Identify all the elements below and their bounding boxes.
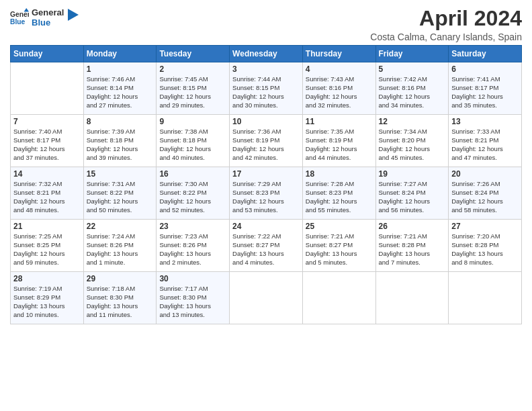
- logo-blue-text: Blue: [32, 18, 64, 28]
- calendar-cell: 7Sunrise: 7:40 AM Sunset: 8:17 PM Daylig…: [11, 115, 84, 167]
- calendar-cell: 9Sunrise: 7:38 AM Sunset: 8:18 PM Daylig…: [157, 115, 230, 167]
- svg-marker-3: [68, 9, 79, 21]
- day-info: Sunrise: 7:18 AM Sunset: 8:30 PM Dayligh…: [87, 285, 154, 319]
- day-info: Sunrise: 7:42 AM Sunset: 8:16 PM Dayligh…: [379, 75, 446, 109]
- day-info: Sunrise: 7:21 AM Sunset: 8:28 PM Dayligh…: [379, 232, 446, 267]
- day-number: 25: [306, 222, 373, 231]
- day-info: Sunrise: 7:38 AM Sunset: 8:18 PM Dayligh…: [159, 128, 226, 162]
- calendar-cell: 12Sunrise: 7:34 AM Sunset: 8:20 PM Dayli…: [375, 115, 449, 167]
- day-info: Sunrise: 7:33 AM Sunset: 8:21 PM Dayligh…: [451, 128, 519, 162]
- day-number: 3: [232, 64, 300, 74]
- calendar-cell: [375, 272, 449, 324]
- day-number: 29: [87, 274, 154, 283]
- day-info: Sunrise: 7:22 AM Sunset: 8:27 PM Dayligh…: [232, 232, 300, 267]
- calendar-cell: 24Sunrise: 7:22 AM Sunset: 8:27 PM Dayli…: [230, 220, 303, 272]
- day-info: Sunrise: 7:28 AM Sunset: 8:23 PM Dayligh…: [306, 180, 373, 214]
- col-friday: Friday: [375, 46, 449, 62]
- calendar-cell: 3Sunrise: 7:44 AM Sunset: 8:15 PM Daylig…: [230, 62, 303, 115]
- calendar-cell: 17Sunrise: 7:29 AM Sunset: 8:23 PM Dayli…: [230, 167, 303, 220]
- day-number: 19: [379, 169, 446, 179]
- day-number: 14: [13, 169, 81, 179]
- calendar-week-row-3: 21Sunrise: 7:25 AM Sunset: 8:25 PM Dayli…: [11, 220, 522, 272]
- day-info: Sunrise: 7:41 AM Sunset: 8:17 PM Dayligh…: [451, 75, 519, 109]
- day-number: 6: [451, 64, 519, 74]
- day-info: Sunrise: 7:34 AM Sunset: 8:20 PM Dayligh…: [379, 128, 446, 162]
- day-info: Sunrise: 7:25 AM Sunset: 8:25 PM Dayligh…: [13, 232, 81, 267]
- title-block: April 2024 Costa Calma, Canary Islands, …: [370, 7, 522, 42]
- logo-general-text: General: [32, 8, 64, 18]
- day-info: Sunrise: 7:39 AM Sunset: 8:18 PM Dayligh…: [87, 128, 154, 162]
- day-number: 15: [87, 169, 154, 179]
- header: General Blue General Blue April 2024 Cos…: [10, 7, 522, 42]
- month-year-title: April 2024: [370, 7, 522, 30]
- calendar-cell: 4Sunrise: 7:43 AM Sunset: 8:16 PM Daylig…: [302, 62, 375, 115]
- calendar-cell: 20Sunrise: 7:26 AM Sunset: 8:24 PM Dayli…: [449, 167, 522, 220]
- main-container: General Blue General Blue April 2024 Cos…: [0, 0, 532, 331]
- svg-marker-2: [24, 8, 29, 12]
- day-info: Sunrise: 7:36 AM Sunset: 8:19 PM Dayligh…: [232, 128, 300, 162]
- calendar-cell: 16Sunrise: 7:30 AM Sunset: 8:22 PM Dayli…: [157, 167, 230, 220]
- day-info: Sunrise: 7:26 AM Sunset: 8:24 PM Dayligh…: [451, 180, 519, 214]
- calendar-cell: 13Sunrise: 7:33 AM Sunset: 8:21 PM Dayli…: [449, 115, 522, 167]
- col-sunday: Sunday: [11, 46, 84, 62]
- calendar-cell: 5Sunrise: 7:42 AM Sunset: 8:16 PM Daylig…: [375, 62, 449, 115]
- calendar-cell: 29Sunrise: 7:18 AM Sunset: 8:30 PM Dayli…: [83, 272, 157, 324]
- day-info: Sunrise: 7:43 AM Sunset: 8:16 PM Dayligh…: [306, 75, 373, 109]
- calendar-cell: 30Sunrise: 7:17 AM Sunset: 8:30 PM Dayli…: [157, 272, 230, 324]
- day-number: 26: [379, 222, 446, 231]
- calendar-cell: 22Sunrise: 7:24 AM Sunset: 8:26 PM Dayli…: [83, 220, 157, 272]
- day-number: 20: [451, 169, 519, 179]
- day-number: 22: [87, 222, 154, 231]
- calendar-cell: [230, 272, 303, 324]
- day-info: Sunrise: 7:24 AM Sunset: 8:26 PM Dayligh…: [87, 232, 154, 267]
- calendar-week-row-2: 14Sunrise: 7:32 AM Sunset: 8:21 PM Dayli…: [11, 167, 522, 220]
- day-number: 21: [13, 222, 81, 231]
- day-info: Sunrise: 7:30 AM Sunset: 8:22 PM Dayligh…: [159, 180, 226, 214]
- calendar-cell: 23Sunrise: 7:23 AM Sunset: 8:26 PM Dayli…: [157, 220, 230, 272]
- calendar-cell: 26Sunrise: 7:21 AM Sunset: 8:28 PM Dayli…: [375, 220, 449, 272]
- day-number: 4: [306, 64, 373, 74]
- col-monday: Monday: [83, 46, 157, 62]
- day-info: Sunrise: 7:27 AM Sunset: 8:24 PM Dayligh…: [379, 180, 446, 214]
- arrow-icon: [68, 9, 79, 21]
- day-number: 17: [232, 169, 300, 179]
- calendar-cell: [449, 272, 522, 324]
- day-info: Sunrise: 7:23 AM Sunset: 8:26 PM Dayligh…: [159, 232, 226, 267]
- calendar-cell: 2Sunrise: 7:45 AM Sunset: 8:15 PM Daylig…: [157, 62, 230, 115]
- col-wednesday: Wednesday: [230, 46, 303, 62]
- col-thursday: Thursday: [302, 46, 375, 62]
- calendar-cell: 14Sunrise: 7:32 AM Sunset: 8:21 PM Dayli…: [11, 167, 84, 220]
- calendar-cell: [11, 62, 84, 115]
- calendar-cell: 1Sunrise: 7:46 AM Sunset: 8:14 PM Daylig…: [83, 62, 157, 115]
- day-info: Sunrise: 7:45 AM Sunset: 8:15 PM Dayligh…: [159, 75, 226, 109]
- day-number: 24: [232, 222, 300, 231]
- calendar-cell: 8Sunrise: 7:39 AM Sunset: 8:18 PM Daylig…: [83, 115, 157, 167]
- calendar-cell: 10Sunrise: 7:36 AM Sunset: 8:19 PM Dayli…: [230, 115, 303, 167]
- day-number: 13: [451, 117, 519, 126]
- location-subtitle: Costa Calma, Canary Islands, Spain: [370, 32, 522, 42]
- logo: General Blue General Blue: [10, 7, 79, 28]
- day-info: Sunrise: 7:46 AM Sunset: 8:14 PM Dayligh…: [87, 75, 154, 109]
- calendar-cell: 6Sunrise: 7:41 AM Sunset: 8:17 PM Daylig…: [449, 62, 522, 115]
- calendar-cell: 11Sunrise: 7:35 AM Sunset: 8:19 PM Dayli…: [302, 115, 375, 167]
- day-number: 28: [13, 274, 81, 283]
- day-number: 2: [159, 64, 226, 74]
- calendar-cell: 18Sunrise: 7:28 AM Sunset: 8:23 PM Dayli…: [302, 167, 375, 220]
- day-number: 27: [451, 222, 519, 231]
- calendar-week-row-4: 28Sunrise: 7:19 AM Sunset: 8:29 PM Dayli…: [11, 272, 522, 324]
- calendar-header-row: Sunday Monday Tuesday Wednesday Thursday…: [11, 46, 522, 62]
- calendar-cell: 21Sunrise: 7:25 AM Sunset: 8:25 PM Dayli…: [11, 220, 84, 272]
- calendar-week-row-1: 7Sunrise: 7:40 AM Sunset: 8:17 PM Daylig…: [11, 115, 522, 167]
- day-info: Sunrise: 7:29 AM Sunset: 8:23 PM Dayligh…: [232, 180, 300, 214]
- calendar-cell: 28Sunrise: 7:19 AM Sunset: 8:29 PM Dayli…: [11, 272, 84, 324]
- logo-icon: General Blue: [10, 8, 29, 27]
- day-number: 7: [13, 117, 81, 126]
- col-saturday: Saturday: [449, 46, 522, 62]
- day-number: 18: [306, 169, 373, 179]
- day-info: Sunrise: 7:44 AM Sunset: 8:15 PM Dayligh…: [232, 75, 300, 109]
- day-info: Sunrise: 7:35 AM Sunset: 8:19 PM Dayligh…: [306, 128, 373, 162]
- day-number: 8: [87, 117, 154, 126]
- day-info: Sunrise: 7:19 AM Sunset: 8:29 PM Dayligh…: [13, 285, 81, 319]
- day-number: 9: [159, 117, 226, 126]
- calendar-week-row-0: 1Sunrise: 7:46 AM Sunset: 8:14 PM Daylig…: [11, 62, 522, 115]
